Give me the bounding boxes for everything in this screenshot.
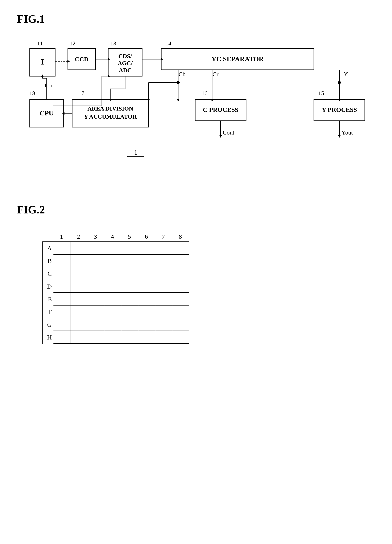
cell-G4 xyxy=(104,318,121,331)
cell-E3 xyxy=(88,293,104,306)
grid-row-E: E xyxy=(43,293,189,306)
col-header-6: 6 xyxy=(138,233,155,240)
row-label-B: B xyxy=(43,257,53,265)
svg-text:15: 15 xyxy=(318,90,324,96)
cell-E2 xyxy=(70,293,88,306)
col-header-4: 4 xyxy=(104,233,121,240)
cell-H8 xyxy=(172,331,189,344)
cell-H1 xyxy=(53,331,70,344)
cell-G3 xyxy=(88,318,104,331)
grid-col-headers: 1 2 3 4 5 6 7 8 xyxy=(53,233,189,240)
fig1-svg: 11 I 12 CCD 13 CDS/ AGC/ ADC 14 YC SEPAR… xyxy=(17,34,378,182)
cell-H4 xyxy=(104,331,121,344)
col-header-3: 3 xyxy=(87,233,104,240)
col-header-5: 5 xyxy=(121,233,138,240)
cell-F4 xyxy=(104,306,121,318)
row-label-A: A xyxy=(43,245,53,252)
svg-text:11: 11 xyxy=(37,40,43,47)
cell-E1 xyxy=(53,293,70,306)
svg-text:16: 16 xyxy=(202,90,207,96)
row-label-H: H xyxy=(43,334,53,341)
svg-text:AGC/: AGC/ xyxy=(118,60,133,66)
cell-E4 xyxy=(104,293,121,306)
grid-row-B: B xyxy=(43,254,189,267)
grid-row-D: D xyxy=(43,280,189,293)
svg-text:CPU: CPU xyxy=(40,109,54,117)
cell-F7 xyxy=(155,306,172,318)
cell-A1 xyxy=(53,242,70,254)
cell-D8 xyxy=(172,280,189,293)
grid-row-F: F xyxy=(43,306,189,318)
cell-D6 xyxy=(138,280,155,293)
cell-C4 xyxy=(104,267,121,280)
svg-text:Cout: Cout xyxy=(223,129,234,136)
grid-wrapper: 1 2 3 4 5 6 7 8 A B xyxy=(42,233,189,344)
cell-G8 xyxy=(172,318,189,331)
cell-H6 xyxy=(138,331,155,344)
cell-A7 xyxy=(155,242,172,254)
cell-F8 xyxy=(172,306,189,318)
cell-H7 xyxy=(155,331,172,344)
cell-E6 xyxy=(138,293,155,306)
col-header-7: 7 xyxy=(155,233,172,240)
cell-C5 xyxy=(121,267,138,280)
cell-B2 xyxy=(70,254,88,267)
fig1-title: FIG.1 xyxy=(17,13,375,25)
cell-B8 xyxy=(172,254,189,267)
fig2-title: FIG.2 xyxy=(17,203,375,216)
svg-text:13: 13 xyxy=(110,40,116,47)
svg-text:12: 12 xyxy=(70,40,76,47)
cell-E8 xyxy=(172,293,189,306)
svg-marker-34 xyxy=(177,99,179,102)
svg-marker-63 xyxy=(219,135,222,138)
cell-G7 xyxy=(155,318,172,331)
cell-D3 xyxy=(88,280,104,293)
svg-text:CCD: CCD xyxy=(75,56,89,63)
cell-C2 xyxy=(70,267,88,280)
svg-text:18: 18 xyxy=(29,90,35,96)
cell-F6 xyxy=(138,306,155,318)
cell-A5 xyxy=(121,242,138,254)
svg-text:Y: Y xyxy=(344,71,348,77)
cell-A6 xyxy=(138,242,155,254)
cell-F2 xyxy=(70,306,88,318)
svg-marker-66 xyxy=(338,135,341,138)
cell-A4 xyxy=(104,242,121,254)
cell-F5 xyxy=(121,306,138,318)
cell-C1 xyxy=(53,267,70,280)
cell-H3 xyxy=(88,331,104,344)
cell-A2 xyxy=(70,242,88,254)
grid-row-G: G xyxy=(43,318,189,331)
cell-G6 xyxy=(138,318,155,331)
cell-F3 xyxy=(88,306,104,318)
cell-C8 xyxy=(172,267,189,280)
grid-row-C: C xyxy=(43,267,189,280)
svg-text:C PROCESS: C PROCESS xyxy=(203,106,238,113)
cell-D1 xyxy=(53,280,70,293)
svg-point-46 xyxy=(338,81,341,84)
col-header-8: 8 xyxy=(172,233,189,240)
svg-text:14: 14 xyxy=(165,40,171,47)
cell-A3 xyxy=(88,242,104,254)
svg-text:I: I xyxy=(41,58,44,66)
cell-C6 xyxy=(138,267,155,280)
cell-D5 xyxy=(121,280,138,293)
svg-text:Y ACCUMULATOR: Y ACCUMULATOR xyxy=(84,113,137,120)
fig1-diagram: 11 I 12 CCD 13 CDS/ AGC/ ADC 14 YC SEPAR… xyxy=(17,34,378,182)
cell-D4 xyxy=(104,280,121,293)
row-label-E: E xyxy=(43,296,53,303)
grid-row-H: H xyxy=(43,331,189,344)
cell-H2 xyxy=(70,331,88,344)
svg-text:Cr: Cr xyxy=(213,71,219,77)
svg-text:YC SEPARATOR: YC SEPARATOR xyxy=(211,55,264,63)
cell-B1 xyxy=(53,254,70,267)
cell-B6 xyxy=(138,254,155,267)
svg-text:1: 1 xyxy=(134,148,137,156)
fig2-container: 1 2 3 4 5 6 7 8 A B xyxy=(17,229,375,344)
col-header-1: 1 xyxy=(53,233,70,240)
svg-text:17: 17 xyxy=(78,90,84,96)
cell-D7 xyxy=(155,280,172,293)
cell-B7 xyxy=(155,254,172,267)
svg-text:Yout: Yout xyxy=(341,129,353,136)
row-label-D: D xyxy=(43,283,53,290)
